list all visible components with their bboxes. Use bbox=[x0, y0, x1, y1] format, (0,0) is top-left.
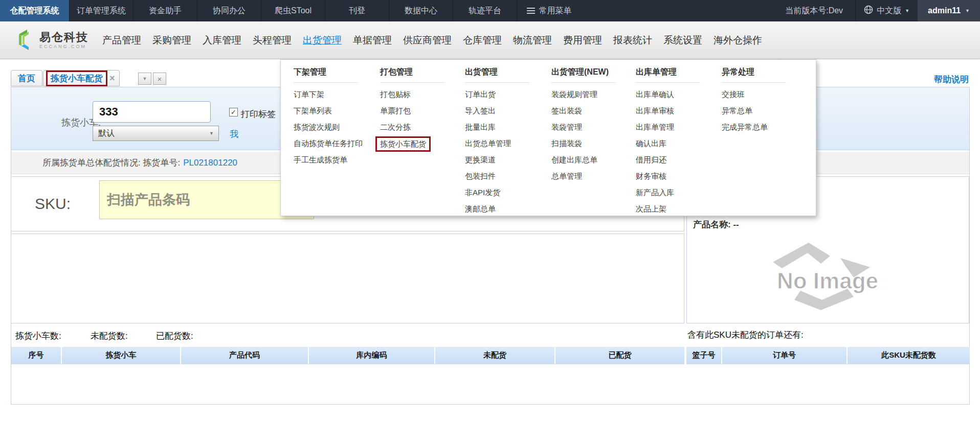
top-nav-item-oms[interactable]: 订单管理系统 bbox=[70, 0, 133, 21]
menu-item-aupost-master[interactable]: 澳邮总单 bbox=[465, 201, 529, 217]
mega-col-title: 出货管理(NEW) bbox=[551, 67, 616, 78]
top-nav-item-tracking[interactable]: 轨迹平台 bbox=[453, 0, 517, 21]
main-nav-inbound[interactable]: 入库管理 bbox=[197, 34, 247, 47]
menu-item-signout-bagging[interactable]: 签出装袋 bbox=[551, 103, 616, 119]
print-label-checkbox[interactable]: ✓ bbox=[229, 108, 238, 116]
top-nav-item-listing[interactable]: 刊登 bbox=[325, 0, 389, 21]
menu-item-confirm-outbound[interactable]: 确认出库 bbox=[636, 135, 700, 152]
menu-item-bagging-rules[interactable]: 装袋规则管理 bbox=[551, 86, 616, 103]
menu-item-order-takedown[interactable]: 订单下架 bbox=[294, 86, 363, 103]
mega-col-title: 出货管理 bbox=[465, 67, 529, 78]
common-menu-label: 常用菜单 bbox=[539, 6, 572, 16]
menu-item-bagging-mgmt[interactable]: 装袋管理 bbox=[551, 119, 616, 135]
mega-col-shipping: 出货管理 订单出货 导入签出 批量出库 出货总单管理 更换渠道 包装扫件 非AP… bbox=[465, 60, 529, 217]
menu-item-second-sorting[interactable]: 二次分拣 bbox=[380, 119, 444, 135]
main-nav: 易仓科技 ECCANG.COM 产品管理 采购管理 入库管理 头程管理 出货管理… bbox=[0, 21, 980, 59]
menu-item-shift-handover[interactable]: 交接班 bbox=[722, 86, 786, 103]
top-nav-right: 当前版本号:Dev 中文版 ▼ admin11 ▼ bbox=[773, 0, 980, 21]
menu-item-auto-picking-print[interactable]: 自动拣货单任务打印 bbox=[294, 135, 363, 152]
menu-item-defective-shelving[interactable]: 次品上架 bbox=[636, 201, 700, 217]
brand-logo[interactable]: 易仓科技 ECCANG.COM bbox=[16, 27, 88, 54]
menu-item-picking-wave-rules[interactable]: 拣货波次规则 bbox=[294, 119, 363, 135]
menu-item-change-channel[interactable]: 更换渠道 bbox=[465, 152, 529, 168]
top-nav-item-office[interactable]: 协同办公 bbox=[197, 0, 261, 21]
tab-home[interactable]: 首页 bbox=[11, 70, 42, 86]
menu-item-finance-review[interactable]: 财务审核 bbox=[636, 168, 700, 184]
menu-item-picking-cart-allocation[interactable]: 拣货小车配货 bbox=[375, 136, 431, 152]
cart-table-header-unallocated: 未配货 bbox=[435, 347, 555, 364]
menu-item-pack-labeling[interactable]: 打包贴标 bbox=[380, 86, 444, 103]
stats-bar: 拣货小车数: 未配货数: 已配货数: bbox=[11, 327, 684, 343]
globe-icon bbox=[864, 5, 873, 16]
mega-col-exceptions: 异常处理 交接班 异常总单 完成异常总单 bbox=[722, 60, 786, 135]
mega-col-shipping-new: 出货管理(NEW) 装袋规则管理 签出装袋 装袋管理 扫描装袋 创建出库总单 总… bbox=[551, 60, 616, 184]
main-nav-supplier[interactable]: 供应商管理 bbox=[397, 34, 457, 47]
user-menu[interactable]: admin11 ▼ bbox=[918, 0, 980, 21]
allocated-count-label: 已配货数: bbox=[156, 330, 193, 342]
menu-item-manual-picking-list[interactable]: 手工生成拣货单 bbox=[294, 152, 363, 168]
main-nav-purchase[interactable]: 采购管理 bbox=[147, 34, 197, 47]
menu-item-outbound-review[interactable]: 出库单审核 bbox=[636, 103, 700, 119]
username-label: admin11 bbox=[928, 6, 961, 15]
menu-item-order-shipping[interactable]: 订单出货 bbox=[465, 86, 529, 103]
pick-list-number-link[interactable]: PL021801220 bbox=[183, 158, 237, 168]
brand-domain: ECCANG.COM bbox=[39, 44, 88, 49]
menu-item-non-api-shipping[interactable]: 非API发货 bbox=[465, 184, 529, 201]
main-nav-first-leg[interactable]: 头程管理 bbox=[247, 34, 297, 47]
chevron-down-icon: ▼ bbox=[209, 131, 214, 136]
tab-close-icon[interactable]: × bbox=[109, 73, 115, 84]
divider bbox=[294, 82, 358, 83]
menu-item-outbound-confirm[interactable]: 出库单确认 bbox=[636, 86, 700, 103]
tab-picking-cart[interactable]: 拣货小车配货 × bbox=[43, 70, 120, 86]
unallocated-count-label: 未配货数: bbox=[91, 330, 128, 342]
cart-table-header-seq: 序号 bbox=[11, 347, 62, 364]
menu-item-borrow-return[interactable]: 借用归还 bbox=[636, 152, 700, 168]
main-nav-warehouse[interactable]: 仓库管理 bbox=[457, 34, 507, 47]
menu-item-complete-exception-master[interactable]: 完成异常总单 bbox=[722, 119, 786, 135]
main-nav-logistics[interactable]: 物流管理 bbox=[507, 34, 558, 47]
menu-item-master-mgmt[interactable]: 总单管理 bbox=[551, 168, 616, 184]
menu-item-shipping-master-mgmt[interactable]: 出货总单管理 bbox=[465, 135, 529, 152]
main-nav-fees[interactable]: 费用管理 bbox=[558, 34, 608, 47]
picking-cart-input[interactable] bbox=[93, 101, 211, 123]
top-nav-item-stool[interactable]: 爬虫STool bbox=[261, 0, 325, 21]
menu-item-pack-scan[interactable]: 包装扫件 bbox=[465, 168, 529, 184]
menu-item-takedown-list[interactable]: 下架单列表 bbox=[294, 103, 363, 119]
menu-item-exception-master[interactable]: 异常总单 bbox=[722, 103, 786, 119]
brand-name: 易仓科技 bbox=[39, 32, 88, 43]
help-link[interactable]: 帮助说明 bbox=[934, 74, 969, 85]
menu-item-single-pack[interactable]: 单票打包 bbox=[380, 103, 444, 119]
tab-picking-cart-label: 拣货小车配货 bbox=[46, 71, 107, 86]
menu-item-import-signout[interactable]: 导入签出 bbox=[465, 103, 529, 119]
menu-item-scan-bagging[interactable]: 扫描装袋 bbox=[551, 135, 616, 152]
top-nav-item-datacenter[interactable]: 数据中心 bbox=[389, 0, 453, 21]
me-link[interactable]: 我 bbox=[230, 128, 238, 140]
main-nav-product[interactable]: 产品管理 bbox=[97, 34, 147, 47]
picking-cart-label: 拣货小车: bbox=[32, 116, 101, 129]
top-nav-item-common-menu[interactable]: 常用菜单 bbox=[517, 0, 581, 21]
orders-panel-title: 含有此SKU未配货的订单还有: bbox=[687, 329, 804, 341]
tab-list-dropdown-button[interactable]: ▼ bbox=[138, 73, 151, 85]
language-switcher[interactable]: 中文版 ▼ bbox=[855, 0, 918, 21]
main-nav-documents[interactable]: 单据管理 bbox=[347, 34, 397, 47]
top-nav-item-wms[interactable]: 仓配管理系统 bbox=[0, 0, 70, 21]
menu-item-create-outbound-master[interactable]: 创建出库总单 bbox=[551, 152, 616, 168]
top-nav: 仓配管理系统 订单管理系统 资金助手 协同办公 爬虫STool 刊登 数据中心 … bbox=[0, 0, 980, 21]
product-name-value: -- bbox=[733, 220, 739, 229]
main-nav-overseas[interactable]: 海外仓操作 bbox=[708, 34, 768, 47]
menu-item-outbound-mgmt[interactable]: 出库单管理 bbox=[636, 119, 700, 135]
tab-close-all-button[interactable]: × bbox=[153, 73, 166, 85]
divider bbox=[636, 82, 700, 83]
top-nav-item-funds[interactable]: 资金助手 bbox=[133, 0, 197, 21]
menu-item-batch-outbound[interactable]: 批量出库 bbox=[465, 119, 529, 135]
chevron-down-icon: ▼ bbox=[905, 8, 909, 13]
mega-col-title: 异常处理 bbox=[722, 67, 786, 78]
main-nav-reports[interactable]: 报表统计 bbox=[608, 34, 658, 47]
main-nav-items: 产品管理 采购管理 入库管理 头程管理 出货管理 单据管理 供应商管理 仓库管理… bbox=[97, 34, 768, 47]
mega-col-title: 出库单管理 bbox=[636, 67, 700, 78]
warehouse-select[interactable]: 默认 ▼ bbox=[93, 126, 219, 141]
main-nav-shipping[interactable]: 出货管理 bbox=[297, 34, 347, 47]
menu-item-new-product-inbound[interactable]: 新产品入库 bbox=[636, 184, 700, 201]
mega-col-title: 打包管理 bbox=[380, 67, 444, 78]
main-nav-settings[interactable]: 系统设置 bbox=[658, 34, 708, 47]
